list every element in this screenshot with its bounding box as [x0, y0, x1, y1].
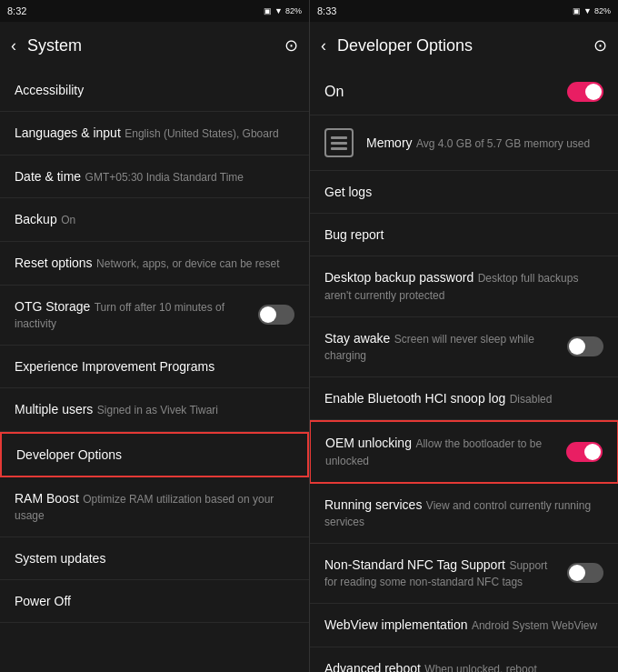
back-button-right[interactable]: ‹ — [321, 36, 326, 55]
menu-item-nfc[interactable]: Non-Standard NFC Tag Support Support for… — [310, 544, 618, 604]
page-title-right: Developer Options — [337, 36, 593, 55]
nfc-toggle[interactable] — [567, 563, 603, 583]
menu-item-title: Backup — [15, 212, 57, 226]
search-button-left[interactable]: ⊙ — [284, 35, 298, 55]
status-bar-left: 8:32 ▣ ▼ 82% — [0, 0, 309, 22]
battery-icon: 82% — [285, 6, 302, 15]
menu-item-title: Enable Bluetooth HCI snoop log — [324, 391, 505, 406]
menu-item-row: Stay awake Screen will never sleep while… — [324, 330, 603, 364]
menu-item-title: Desktop backup password — [324, 270, 473, 285]
menu-item-poweroff[interactable]: Power Off — [0, 580, 309, 623]
menu-item-otg[interactable]: OTG Storage Turn off after 10 minutes of… — [0, 286, 309, 346]
status-icons-right: ▣ ▼ 82% — [573, 6, 611, 15]
status-time-left: 8:32 — [7, 5, 26, 16]
left-scroll-content: Accessibility Languages & input English … — [0, 69, 309, 672]
menu-item-accessibility[interactable]: Accessibility — [0, 69, 309, 112]
stayawake-toggle[interactable] — [567, 336, 603, 356]
menu-item-sub: Disabled — [510, 393, 553, 406]
menu-item-title: OEM unlocking — [325, 436, 412, 450]
menu-item-title: Power Off — [15, 594, 71, 608]
menu-item-sub: GMT+05:30 India Standard Time — [85, 171, 244, 184]
menu-item-ramboost[interactable]: RAM Boost Optimize RAM utilization based… — [0, 477, 309, 537]
menu-item-advreboot[interactable]: Advanced reboot When unlocked, reboot it… — [310, 647, 618, 673]
signal-icon: ▣ — [264, 6, 272, 15]
status-bar-right: 8:33 ▣ ▼ 82% — [310, 0, 618, 22]
menu-item-row: OEM unlocking Allow the bootloader to be… — [325, 435, 603, 468]
menu-item-sub: English (United States), Gboard — [125, 127, 278, 140]
menu-item-title: Multiple users — [15, 402, 93, 416]
menu-item-title: Experience Improvement Programs — [15, 359, 214, 374]
menu-item-reset[interactable]: Reset options Network, apps, or device c… — [0, 242, 309, 286]
menu-item-title: Advanced reboot — [324, 661, 421, 673]
menu-item-runningservices[interactable]: Running services View and control curren… — [310, 484, 618, 544]
menu-item-getlogs[interactable]: Get logs — [310, 171, 618, 214]
menu-item-row: Advanced reboot When unlocked, reboot it… — [324, 660, 603, 673]
menu-item-backup[interactable]: Backup On — [0, 198, 309, 242]
menu-item-developer-options[interactable]: Developer Options — [0, 432, 309, 477]
menu-item-desktopbackup[interactable]: Desktop backup password Desktop full bac… — [310, 256, 618, 316]
memory-title: Memory — [366, 135, 413, 150]
menu-item-title: RAM Boost — [15, 491, 79, 506]
top-bar-left: ‹ System ⊙ — [0, 22, 309, 69]
oemunlock-toggle[interactable] — [566, 442, 603, 462]
battery-icon-right: 82% — [594, 6, 611, 15]
status-icons-left: ▣ ▼ 82% — [264, 6, 302, 15]
menu-item-row: Non-Standard NFC Tag Support Support for… — [324, 557, 603, 590]
menu-item-title: Languages & input — [15, 125, 121, 140]
menu-item-title: Stay awake — [324, 331, 390, 346]
mem-bar — [331, 142, 347, 145]
menu-item-title: Accessibility — [15, 83, 84, 97]
signal-icon-right: ▣ — [573, 6, 581, 15]
status-time-right: 8:33 — [317, 5, 336, 16]
on-label: On — [324, 84, 344, 100]
menu-item-sub: Network, apps, or device can be reset — [96, 257, 279, 270]
menu-item-multiuser[interactable]: Multiple users Signed in as Vivek Tiwari — [0, 388, 309, 432]
otg-toggle[interactable] — [258, 305, 294, 325]
mem-bar — [331, 136, 347, 139]
menu-item-sysupdates[interactable]: System updates — [0, 537, 309, 580]
memory-item[interactable]: Memory Avg 4.0 GB of 5.7 GB memory used — [310, 115, 618, 171]
memory-icon-inner — [331, 136, 347, 150]
wifi-icon-right: ▼ — [583, 6, 592, 15]
menu-item-row: OTG Storage Turn off after 10 minutes of… — [15, 298, 294, 332]
menu-item-text: OTG Storage Turn off after 10 minutes of… — [15, 298, 258, 332]
menu-item-title: WebView implementation — [324, 617, 467, 632]
mem-bar — [331, 147, 347, 150]
menu-item-languages[interactable]: Languages & input English (United States… — [0, 112, 309, 155]
on-row: On — [310, 69, 618, 115]
menu-item-experience[interactable]: Experience Improvement Programs — [0, 346, 309, 388]
wifi-icon: ▼ — [274, 6, 283, 15]
menu-item-title: Bug report — [324, 227, 384, 242]
memory-text: Memory Avg 4.0 GB of 5.7 GB memory used — [366, 135, 590, 152]
menu-item-title: OTG Storage — [15, 299, 90, 314]
menu-item-title: System updates — [15, 551, 105, 566]
menu-item-title: Get logs — [324, 185, 372, 199]
menu-item-title: Running services — [324, 497, 422, 512]
menu-item-sub: Android System WebView — [472, 619, 597, 632]
developer-options-toggle[interactable] — [567, 82, 603, 102]
menu-item-bluetooth[interactable]: Enable Bluetooth HCI snoop log Disabled — [310, 377, 618, 421]
menu-item-datetime[interactable]: Date & time GMT+05:30 India Standard Tim… — [0, 155, 309, 199]
menu-item-oemunlock[interactable]: OEM unlocking Allow the bootloader to be… — [310, 420, 618, 483]
menu-item-title: Developer Options — [16, 447, 122, 462]
back-button-left[interactable]: ‹ — [11, 36, 16, 55]
menu-item-text: Non-Standard NFC Tag Support Support for… — [324, 557, 558, 590]
left-panel: 8:32 ▣ ▼ 82% ‹ System ⊙ Accessibility La… — [0, 0, 309, 672]
menu-item-title: Date & time — [15, 169, 81, 184]
menu-item-text: Advanced reboot When unlocked, reboot it… — [324, 660, 558, 673]
menu-item-sub: On — [61, 214, 75, 226]
right-panel: 8:33 ▣ ▼ 82% ‹ Developer Options ⊙ On — [309, 0, 618, 672]
top-bar-right: ‹ Developer Options ⊙ — [310, 22, 618, 69]
menu-item-stayawake[interactable]: Stay awake Screen will never sleep while… — [310, 317, 618, 377]
menu-item-text: Stay awake Screen will never sleep while… — [324, 330, 567, 364]
page-title-left: System — [27, 36, 284, 55]
menu-item-webview[interactable]: WebView implementation Android System We… — [310, 604, 618, 647]
search-button-right[interactable]: ⊙ — [593, 35, 607, 55]
right-scroll-content: On Memory Avg 4.0 GB of 5.7 GB memory us… — [310, 69, 618, 672]
menu-item-title: Non-Standard NFC Tag Support — [324, 557, 505, 572]
menu-item-bugreport[interactable]: Bug report — [310, 214, 618, 256]
memory-icon — [324, 128, 354, 157]
menu-item-title: Reset options — [15, 256, 93, 270]
menu-item-sub: Signed in as Vivek Tiwari — [97, 404, 218, 416]
memory-sub: Avg 4.0 GB of 5.7 GB memory used — [416, 137, 590, 150]
